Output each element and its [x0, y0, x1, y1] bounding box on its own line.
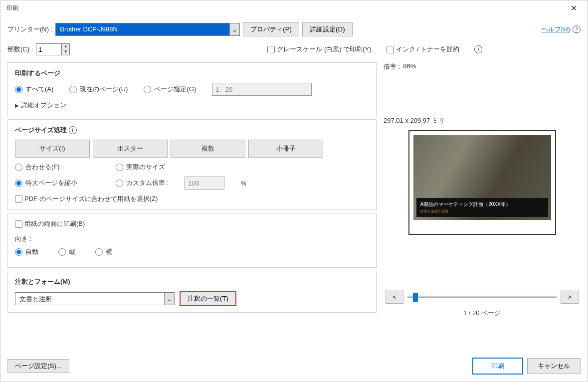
orient-landscape-radio[interactable]: 横	[95, 247, 112, 256]
printer-row: プリンター(N) : Brother DCP-J988N ⌄ プロパティ(P) …	[7, 22, 581, 36]
properties-button[interactable]: プロパティ(P)	[243, 22, 299, 36]
pages-current-radio[interactable]: 現在のページ(U)	[69, 85, 128, 94]
printer-value: Brother DCP-J988N	[56, 23, 229, 35]
titlebar: 印刷 ✕	[0, 0, 588, 15]
pages-title: 印刷するページ	[15, 69, 369, 78]
choose-paper-checkbox[interactable]: PDF のページサイズに合わせて用紙を選択(Z)	[15, 194, 369, 203]
preview-slide-title: A製品のマーケティング計画（20XX年） 計画と達成の更新	[416, 198, 548, 217]
page-setup-button[interactable]: ページ設定(S)...	[7, 359, 69, 373]
duplex-panel: 用紙の両面に印刷(B) 向き : 自動 縦 横	[7, 213, 377, 268]
printer-select[interactable]: Brother DCP-J988N ⌄	[55, 23, 240, 36]
spinner-down-icon[interactable]: ▼	[62, 49, 69, 55]
preview-page: テスト A製品のマーケティング計画（20XX年） 計画と達成の更新	[408, 130, 556, 235]
spinner-up-icon[interactable]: ▲	[62, 44, 69, 49]
save-ink-checkbox[interactable]: インク / トナーを節約	[387, 45, 460, 54]
scale-value: 86%	[403, 62, 416, 71]
chevron-down-icon[interactable]: ⌄	[164, 293, 174, 305]
poster-tab[interactable]: ポスター	[93, 140, 168, 158]
advanced-button[interactable]: 詳細設定(D)	[302, 22, 353, 36]
slider-thumb[interactable]	[413, 293, 418, 302]
help-link[interactable]: ヘルプ(H) ?	[542, 25, 581, 34]
print-dialog: 印刷 ✕ プリンター(N) : Brother DCP-J988N ⌄ プロパテ…	[0, 0, 588, 382]
page-range-input[interactable]	[212, 83, 312, 96]
preview-column: 倍率 : 86% 297.01 x 209.97 ミリ テスト A製品のマーケテ…	[384, 62, 581, 352]
scale-row: 倍率 : 86%	[384, 62, 581, 71]
size-tab[interactable]: サイズ(I)	[15, 140, 90, 158]
copies-input[interactable]	[36, 44, 61, 55]
copies-spinner[interactable]: ▲ ▼	[36, 43, 70, 55]
multiple-tab[interactable]: 複数	[171, 140, 245, 158]
info-icon[interactable]: i	[69, 126, 77, 134]
print-button[interactable]: 印刷	[472, 358, 523, 375]
pages-all-radio[interactable]: すべて(A)	[15, 85, 53, 94]
help-icon: ?	[573, 25, 581, 33]
sizing-title: ページサイズ処理 i	[15, 126, 369, 135]
custom-scale-input[interactable]	[185, 177, 224, 190]
preview-badge: テスト	[512, 146, 525, 153]
annotations-select[interactable]: 文書と注釈 ⌄	[15, 292, 175, 305]
sizing-panel: ページサイズ処理 i サイズ(I) ポスター 複数 小冊子 合わせる(F) 実際…	[7, 119, 377, 210]
page-indicator: 1 / 20 ページ	[463, 309, 501, 318]
annotations-title: 注釈とフォーム(M)	[15, 277, 369, 286]
footer: ページ設定(S)... 印刷 キャンセル	[7, 358, 581, 375]
printer-label: プリンター(N) :	[7, 25, 52, 34]
custom-scale-radio[interactable]: カスタム倍率 :	[116, 179, 169, 188]
grayscale-checkbox[interactable]: グレースケール (白黒) で印刷(Y)	[267, 45, 371, 54]
copies-label: 部数(C) :	[7, 45, 33, 54]
annotations-list-button[interactable]: 注釈の一覧(T)	[180, 291, 236, 306]
cancel-button[interactable]: キャンセル	[527, 358, 581, 374]
page-slider[interactable]	[407, 296, 557, 298]
annotations-panel: 注釈とフォーム(M) 文書と注釈 ⌄ 注釈の一覧(T)	[7, 271, 377, 313]
prev-page-button[interactable]: <	[386, 290, 403, 304]
copies-row: 部数(C) : ▲ ▼ グレースケール (白黒) で印刷(Y) インク / トナ…	[7, 43, 581, 55]
fit-radio[interactable]: 合わせる(F)	[15, 163, 100, 172]
orient-portrait-radio[interactable]: 縦	[58, 247, 75, 256]
triangle-right-icon: ▶	[15, 103, 19, 108]
paper-dimensions: 297.01 x 209.97 ミリ	[384, 116, 445, 125]
actual-radio[interactable]: 実際のサイズ	[116, 163, 165, 172]
chevron-down-icon[interactable]: ⌄	[229, 23, 239, 35]
booklet-tab[interactable]: 小冊子	[248, 140, 323, 158]
next-page-button[interactable]: >	[561, 290, 579, 304]
pages-panel: 印刷するページ すべて(A) 現在のページ(U) ページ指定(G) ▶ 詳細オプ…	[7, 62, 377, 116]
duplex-checkbox[interactable]: 用紙の両面に印刷(B)	[15, 219, 369, 228]
more-options-toggle[interactable]: ▶ 詳細オプション	[15, 101, 369, 110]
dialog-title: 印刷	[4, 4, 18, 12]
shrink-radio[interactable]: 特大ページを縮小	[15, 179, 100, 188]
orient-auto-radio[interactable]: 自動	[15, 247, 38, 256]
info-icon[interactable]: i	[474, 45, 482, 53]
orientation-label: 向き :	[15, 234, 369, 243]
pages-specify-radio[interactable]: ページ指定(G)	[144, 85, 196, 94]
close-icon[interactable]: ✕	[564, 3, 584, 13]
